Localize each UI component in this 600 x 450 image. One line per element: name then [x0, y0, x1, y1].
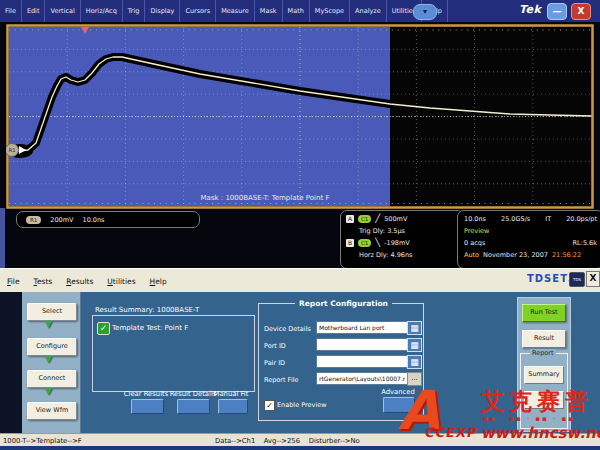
keypad-icon[interactable]: ▦: [407, 321, 422, 335]
tdset3-close-button[interactable]: X: [586, 271, 600, 287]
waveform-display: R1: [6, 24, 594, 210]
scope-menu-vertical[interactable]: Vertical: [45, 0, 80, 22]
ref1-badge: R1: [26, 216, 41, 224]
date-readout: November 23, 2007: [483, 251, 548, 259]
trigger-a-level: 500mV: [384, 215, 407, 223]
report-details-button[interactable]: [524, 391, 564, 409]
rising-slope-icon: ╱: [375, 215, 380, 223]
ref1-readout: R1 200mV 10.0ns: [16, 211, 200, 228]
pair-id-field[interactable]: [316, 355, 408, 368]
acq-mode: IT: [545, 215, 551, 223]
browse-button[interactable]: ...: [407, 372, 422, 386]
device-details-field[interactable]: [316, 321, 408, 334]
acq-count: 0 acqs: [464, 239, 485, 247]
flow-arrow-icon: ▼: [45, 319, 57, 329]
view-wfm-button[interactable]: View Wfm: [27, 402, 77, 420]
app-status-bar: 1000-T-->Template-->F Data-->Ch1 Avg-->2…: [0, 433, 600, 447]
scope-menu-cursors[interactable]: Cursors: [180, 0, 216, 22]
scope-menu-display[interactable]: Display: [145, 0, 180, 22]
scope-menu-horizacq[interactable]: Horiz/Acq: [81, 0, 123, 22]
tdset3-menubar: File Tests Results Utilities Help: [0, 268, 600, 293]
result-button[interactable]: Result: [522, 330, 566, 348]
manual-fit-button[interactable]: [218, 399, 248, 414]
ref1-timebase: 10.0ns: [83, 216, 105, 224]
test-pass-checkbox[interactable]: ✓: [97, 322, 110, 335]
scope-menu-myscope[interactable]: MyScope: [310, 0, 350, 22]
trigger-readout: A C1 ╱ 500mV Trig Dly: 3.5µs B C1 ╲ -198…: [340, 210, 464, 269]
status-acquisition-info: Data-->Ch1 Avg-->256 Disturber-->No: [215, 437, 360, 445]
bottom-strip: [0, 446, 600, 450]
status-test-path: 1000-T-->Template-->F: [3, 437, 82, 445]
horz-delay: Horz Dly: 4.96ns: [359, 251, 412, 259]
app-menu-help[interactable]: Help: [143, 277, 174, 286]
scope-menu-math[interactable]: Math: [283, 0, 310, 22]
close-button[interactable]: X: [571, 3, 591, 20]
report-configuration-group: Report Configuration Device Details ▦ Po…: [258, 303, 424, 421]
scope-left-edge: [0, 208, 5, 268]
tdset3-icon: TDS: [569, 272, 585, 287]
acq-timebase: 10.0ns: [464, 215, 486, 223]
trigger-b-badge: B: [346, 239, 354, 247]
trigger-mode: Auto: [464, 251, 479, 259]
trigger-a-source-badge: C1: [358, 215, 371, 223]
minimize-button[interactable]: —: [547, 3, 567, 20]
trigger-b-source-badge: C1: [358, 239, 371, 247]
scope-menu-edit[interactable]: Edit: [22, 0, 46, 22]
preview-status: Preview: [464, 227, 489, 235]
advanced-label: Advanced: [380, 388, 416, 396]
mask-title-label: Mask : 1000BASE-T: Template Point F: [140, 194, 390, 202]
device-details-label: Device Details: [264, 325, 311, 333]
enable-preview-label: Enable Preview: [277, 401, 327, 409]
app-menu-results[interactable]: Results: [59, 277, 100, 286]
report-group: Report Summary: [520, 353, 568, 429]
run-panel: Run Test Result Report Summary: [517, 297, 571, 432]
trig-delay: Trig Dly: 3.5µs: [359, 227, 405, 235]
report-group-label: Report: [530, 349, 556, 357]
tdset3-left-edge: [0, 292, 22, 433]
scope-menu-file[interactable]: File: [0, 0, 22, 22]
port-id-field[interactable]: [316, 338, 408, 351]
acq-resolution: 20.0ps/pt: [566, 215, 597, 223]
port-id-label: Port ID: [264, 342, 286, 350]
scope-menu-analyze[interactable]: Analyze: [350, 0, 387, 22]
manual-fit-label: Manual Fit: [206, 390, 256, 398]
advanced-button[interactable]: [383, 397, 415, 413]
ref1-scale: 200mV: [50, 216, 73, 224]
app-menu-utilities[interactable]: Utilities: [100, 277, 142, 286]
screen: File Edit Vertical Horiz/Acq Trig Displa…: [0, 0, 600, 450]
trigger-a-badge: A: [346, 215, 354, 223]
falling-slope-icon: ╲: [375, 239, 380, 247]
scope-menu-measure[interactable]: Measure: [216, 0, 255, 22]
acquisition-readout: 10.0ns 25.0GS/s IT 20.0ps/pt Preview 0 a…: [457, 210, 600, 269]
scope-menubar: File Edit Vertical Horiz/Acq Trig Displa…: [0, 0, 600, 22]
test-item-label: Template Test: Point F: [112, 324, 188, 332]
app-menu-tests[interactable]: Tests: [27, 277, 60, 286]
pair-id-label: Pair ID: [264, 359, 285, 367]
report-file-field[interactable]: [316, 372, 408, 385]
svg-text:R1: R1: [9, 147, 16, 153]
flow-arrow-icon: ▼: [45, 354, 57, 364]
summary-button[interactable]: Summary: [524, 366, 564, 384]
scope-menu-trig[interactable]: Trig: [123, 0, 146, 22]
enable-preview-checkbox[interactable]: ✓: [264, 400, 275, 411]
clear-results-button[interactable]: [131, 399, 164, 414]
report-configuration-title: Report Configuration: [295, 299, 392, 308]
result-details-button[interactable]: [177, 399, 210, 414]
scope-menu-mask[interactable]: Mask: [255, 0, 283, 22]
app-menu-file[interactable]: File: [0, 277, 27, 286]
keypad-icon[interactable]: ▦: [407, 355, 422, 369]
pointer-mode-button[interactable]: ▾: [413, 4, 437, 20]
tek-logo: Tek: [519, 3, 541, 16]
acq-sample-rate: 25.0GS/s: [501, 215, 530, 223]
result-summary-label: Result Summary: 1000BASE-T: [95, 306, 199, 314]
record-length: RL:5.6k: [573, 239, 597, 247]
report-file-label: Report File: [264, 376, 299, 384]
keypad-icon[interactable]: ▦: [407, 338, 422, 352]
trigger-b-level: -198mV: [384, 239, 410, 247]
run-test-button[interactable]: Run Test: [522, 304, 566, 322]
time-readout: 21:56:22: [552, 251, 581, 259]
flow-arrow-icon: ▼: [45, 386, 57, 396]
